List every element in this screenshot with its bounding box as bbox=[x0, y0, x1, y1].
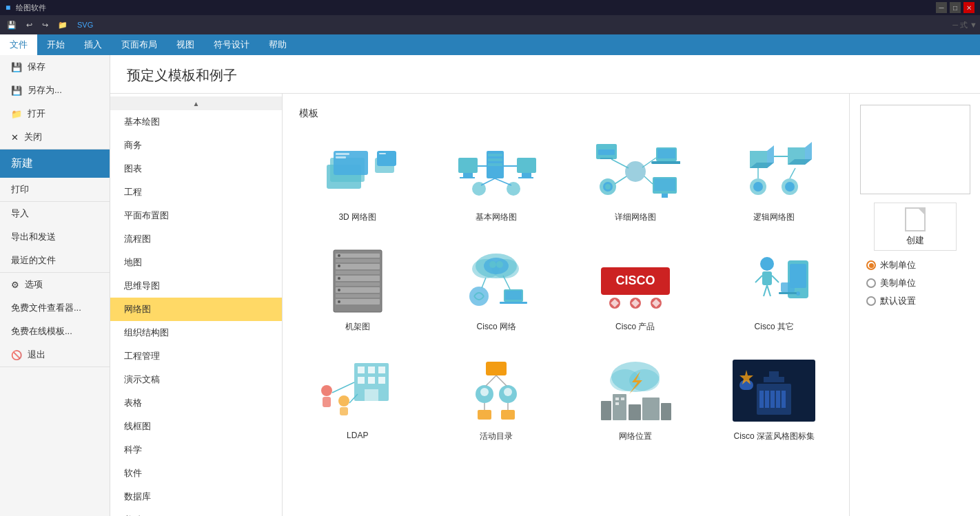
template-basic-network[interactable]: 基本网络图 bbox=[433, 131, 561, 229]
sidebar-new-section: 新建 打印 bbox=[0, 149, 110, 202]
svg-rect-29 bbox=[651, 161, 680, 164]
category-clipart[interactable]: 剪贴画 bbox=[110, 508, 282, 516]
template-thumb-ldap bbox=[313, 356, 402, 425]
toolbar-svg-btn[interactable]: SVG bbox=[73, 17, 97, 32]
template-network-location[interactable]: 网络位置 bbox=[571, 350, 700, 448]
sidebar-print[interactable]: 打印 bbox=[0, 178, 110, 201]
svg-line-37 bbox=[611, 159, 629, 168]
content-area: 预定义模板和例子 ▲ 基本绘图 商务 图表 工程 平面布置图 流程图 地图 思维… bbox=[110, 55, 980, 516]
template-area: ▲ 基本绘图 商务 图表 工程 平面布置图 流程图 地图 思维导图 网络图 组织… bbox=[110, 94, 980, 516]
category-floorplan[interactable]: 平面布置图 bbox=[110, 204, 282, 227]
sidebar-recent[interactable]: 最近的文件 bbox=[0, 249, 110, 272]
category-presentation[interactable]: 演示文稿 bbox=[110, 368, 282, 391]
menu-layout[interactable]: 页面布局 bbox=[112, 34, 167, 55]
svg-rect-128 bbox=[629, 404, 641, 420]
template-logical-network[interactable]: 逻辑网络图 bbox=[711, 131, 839, 229]
category-basic-drawing[interactable]: 基本绘图 bbox=[110, 110, 282, 134]
open-icon: 📁 bbox=[11, 109, 22, 119]
minimize-button[interactable]: ─ bbox=[936, 2, 947, 13]
template-cisco-other[interactable]: Cisco 其它 bbox=[711, 240, 839, 339]
template-3d-network[interactable]: 3D 网络图 bbox=[294, 131, 422, 229]
sidebar-import[interactable]: 导入 bbox=[0, 202, 110, 225]
menu-view[interactable]: 视图 bbox=[167, 34, 204, 55]
template-svg-basic-network bbox=[451, 137, 541, 206]
template-cisco-product[interactable]: CISCO Cisco 产品 bbox=[571, 240, 700, 339]
sidebar-online[interactable]: 免费在线模板... bbox=[0, 320, 110, 343]
category-network[interactable]: 网络图 bbox=[110, 298, 282, 321]
category-org[interactable]: 组织结构图 bbox=[110, 321, 282, 344]
svg-point-86 bbox=[760, 257, 774, 271]
svg-rect-25 bbox=[598, 149, 615, 155]
toolbar-open-btn[interactable]: 📁 bbox=[54, 17, 72, 32]
toolbar-undo-btn[interactable]: ↩ bbox=[22, 17, 37, 32]
sidebar-open[interactable]: 📁 打开 bbox=[0, 102, 110, 125]
menu-help[interactable]: 帮助 bbox=[259, 34, 296, 55]
svg-line-39 bbox=[615, 176, 626, 184]
create-button[interactable]: 创建 bbox=[874, 203, 957, 251]
template-svg-network-location bbox=[591, 356, 680, 425]
svg-line-88 bbox=[755, 276, 762, 282]
svg-point-51 bbox=[785, 182, 795, 192]
template-svg-ldap bbox=[313, 356, 402, 425]
category-database[interactable]: 数据库 bbox=[110, 485, 282, 508]
sidebar-exit[interactable]: 🚫 退出 bbox=[0, 343, 110, 367]
radio-imperial[interactable]: 美制单位 bbox=[866, 277, 916, 289]
radio-default[interactable]: 默认设置 bbox=[866, 295, 916, 307]
svg-rect-100 bbox=[378, 367, 385, 373]
menu-start[interactable]: 开始 bbox=[37, 34, 74, 55]
svg-rect-132 bbox=[621, 398, 624, 400]
category-mindmap[interactable]: 思维导图 bbox=[110, 274, 282, 298]
category-business[interactable]: 商务 bbox=[110, 134, 282, 157]
exit-icon: 🚫 bbox=[11, 350, 22, 360]
template-label-cisco-dark: Cisco 深蓝风格图标集 bbox=[734, 431, 815, 442]
template-active-directory[interactable]: 活动目录 bbox=[433, 350, 561, 448]
sidebar-io-section: 导入 导出和发送 最近的文件 bbox=[0, 202, 110, 273]
category-table[interactable]: 表格 bbox=[110, 391, 282, 415]
close-button[interactable]: ✕ bbox=[963, 2, 974, 13]
category-wireframe[interactable]: 线框图 bbox=[110, 415, 282, 438]
template-rack[interactable]: 机架图 bbox=[294, 240, 422, 339]
template-grid: 模板 bbox=[283, 94, 849, 516]
svg-rect-17 bbox=[518, 177, 533, 178]
radio-imperial-label: 美制单位 bbox=[880, 277, 916, 289]
right-panel: 创建 米制单位 美制单位 默认设置 bbox=[849, 94, 980, 516]
svg-line-40 bbox=[644, 176, 653, 184]
radio-metric-indicator bbox=[866, 260, 876, 270]
svg-rect-15 bbox=[517, 158, 536, 173]
svg-rect-142 bbox=[782, 391, 786, 408]
sidebar-export[interactable]: 导出和发送 bbox=[0, 225, 110, 249]
category-engineering[interactable]: 工程 bbox=[110, 180, 282, 204]
svg-line-116 bbox=[486, 375, 496, 386]
maximize-button[interactable]: □ bbox=[950, 2, 961, 13]
template-detailed-network[interactable]: 详细网络图 bbox=[571, 131, 700, 229]
menu-file[interactable]: 文件 bbox=[0, 34, 37, 55]
svg-rect-9 bbox=[463, 173, 473, 177]
template-ldap[interactable]: LDAP bbox=[294, 350, 422, 448]
category-science[interactable]: 科学 bbox=[110, 438, 282, 462]
template-cisco-dark[interactable]: Cisco 深蓝风格图标集 bbox=[711, 350, 839, 448]
toolbar-save-btn[interactable]: 💾 bbox=[3, 17, 21, 32]
sidebar-options[interactable]: ⚙ 选项 bbox=[0, 273, 110, 296]
sidebar-close[interactable]: ✕ 关闭 bbox=[0, 125, 110, 149]
svg-rect-140 bbox=[770, 391, 775, 408]
svg-rect-133 bbox=[615, 402, 619, 405]
category-map[interactable]: 地图 bbox=[110, 251, 282, 274]
sidebar-new[interactable]: 新建 bbox=[0, 149, 110, 178]
svg-line-90 bbox=[764, 285, 767, 296]
template-svg-rack bbox=[313, 247, 402, 316]
category-pm[interactable]: 工程管理 bbox=[110, 344, 282, 368]
toolbar-redo-btn[interactable]: ↪ bbox=[38, 17, 52, 32]
category-software[interactable]: 软件 bbox=[110, 462, 282, 485]
template-thumb-logical-network bbox=[729, 137, 819, 206]
menu-symbol[interactable]: 符号设计 bbox=[204, 34, 259, 55]
sidebar-save[interactable]: 💾 保存 bbox=[0, 55, 110, 79]
category-chart[interactable]: 图表 bbox=[110, 157, 282, 180]
sidebar-save-as[interactable]: 💾 另存为... bbox=[0, 79, 110, 102]
category-flowchart[interactable]: 流程图 bbox=[110, 227, 282, 251]
radio-metric[interactable]: 米制单位 bbox=[866, 259, 916, 271]
sidebar-viewer[interactable]: 免费文件查看器... bbox=[0, 296, 110, 320]
template-cisco-network[interactable]: Cisco 网络 bbox=[433, 240, 561, 339]
menu-insert[interactable]: 插入 bbox=[74, 34, 112, 55]
category-scroll-up[interactable]: ▲ bbox=[110, 96, 282, 110]
window-controls: ─ □ ✕ bbox=[936, 2, 974, 13]
